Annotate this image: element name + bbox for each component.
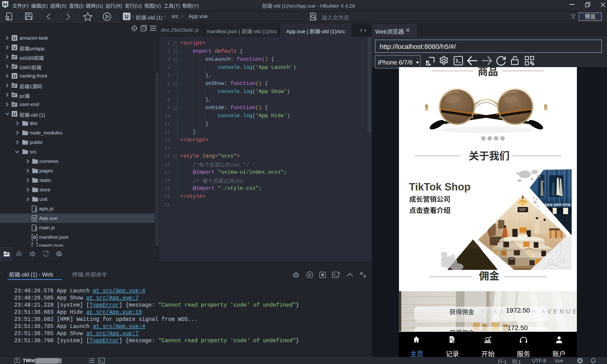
svg-text:SAKS OFF 5TH: SAKS OFF 5TH [542, 203, 570, 207]
